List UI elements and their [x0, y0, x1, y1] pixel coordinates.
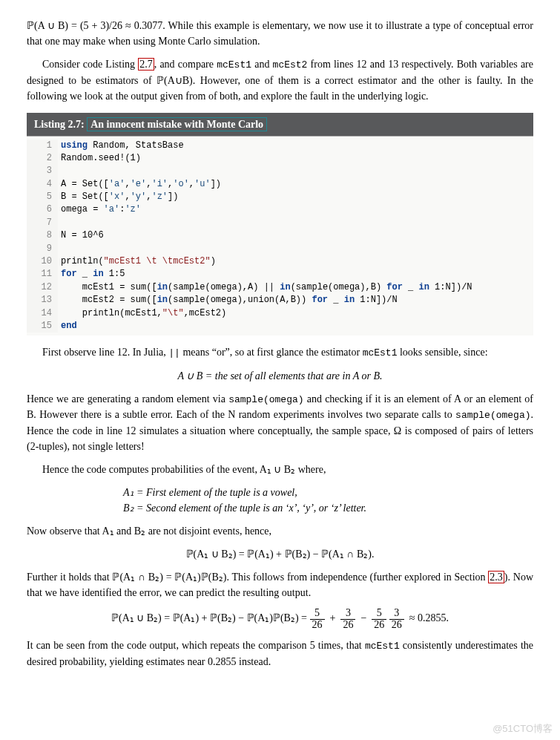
ref-section-2-3[interactable]: 2.3	[488, 571, 504, 583]
code-content: using Random, StatsBase	[58, 140, 533, 152]
code-mcest2: mcEst2	[273, 59, 308, 71]
code-line: 1using Random, StatsBase	[27, 140, 533, 152]
code-line: 6omega = 'a':'z'	[27, 203, 533, 216]
code-line: 13 mcEst2 = sum([in(sample(omega),union(…	[27, 294, 533, 307]
line-number: 6	[27, 203, 58, 216]
code-line: 7	[27, 217, 533, 229]
equation: ℙ(A₁ ∪ B₂) = ℙ(A₁) + ℙ(B₂) − ℙ(A₁ ∩ B₂).	[186, 549, 375, 560]
line-number: 13	[27, 294, 58, 307]
line-number: 11	[27, 268, 58, 281]
code-line: 8N = 10^6	[27, 229, 533, 242]
code-sample-omega: sample(omega)	[228, 394, 303, 405]
line-number: 9	[27, 243, 58, 255]
code-table: 1using Random, StatsBase2Random.seed!(1)…	[27, 140, 533, 333]
text: looks sensible, since:	[397, 347, 487, 358]
code-content: mcEst1 = sum([in(sample(omega),A) || in(…	[58, 281, 533, 294]
numerator: 5	[310, 608, 325, 620]
fraction-3-26: 326	[340, 608, 355, 630]
text: Hence we are generating a random element…	[27, 393, 228, 405]
text: Hence the code computes probabilities of…	[42, 464, 326, 475]
code-content: N = 10^6	[58, 229, 533, 242]
code-content: mcEst2 = sum([in(sample(omega),union(A,B…	[58, 294, 533, 307]
text: ℙ(A ∪ B) = (5 + 3)/26 ≈ 0.3077. While th…	[27, 20, 533, 47]
code-content	[58, 243, 533, 255]
line-number: 3	[27, 165, 58, 177]
listing-title-link[interactable]: An innocent mistake with Monte Carlo	[87, 117, 267, 131]
listing-header: Listing 2.7: An innocent mistake with Mo…	[27, 113, 533, 136]
code-content: for _ in 1:5	[58, 268, 533, 281]
code-line: 3	[27, 165, 533, 177]
denominator: 26	[389, 620, 404, 631]
code-line: 15end	[27, 320, 533, 333]
code-line: 14 println(mcEst1,"\t",mcEst2)	[27, 307, 533, 320]
code-line: 2Random.seed!(1)	[27, 152, 533, 165]
code-content: println("mcEst1 \t \tmcEst2")	[58, 255, 533, 268]
text: means “or”, so at first glance the estim…	[180, 347, 363, 358]
line-number: 2	[27, 152, 58, 165]
line-number: 7	[27, 217, 58, 229]
fraction-5-26b: 526	[372, 608, 386, 630]
denominator: 26	[310, 620, 325, 631]
paragraph-hence: Hence the code computes probabilities of…	[27, 462, 533, 477]
def-a1: A₁ = First element of the tuple is a vow…	[123, 487, 297, 498]
text: Now observe that A₁ and B₂ are not disjo…	[27, 525, 271, 537]
paragraph-observe12: First observe line 12. In Julia, || mean…	[27, 344, 533, 361]
code-content: omega = 'a':'z'	[58, 203, 533, 216]
code-line: 12 mcEst1 = sum([in(sample(omega),A) || …	[27, 281, 533, 294]
code-content: Random.seed!(1)	[58, 152, 533, 165]
equation-approx: ≈ 0.2855.	[409, 612, 449, 623]
code-line: 10println("mcEst1 \t \tmcEst2")	[27, 255, 533, 268]
denominator: 26	[340, 620, 355, 631]
code-listing-2-7: Listing 2.7: An innocent mistake with Mo…	[27, 113, 533, 336]
code-content: println(mcEst1,"\t",mcEst2)	[58, 307, 533, 320]
paragraph-not-disjoint: Now observe that A₁ and B₂ are not disjo…	[27, 523, 533, 539]
code-content	[58, 217, 533, 229]
paragraph-consider: Consider code Listing 2.7, and compare m…	[27, 56, 533, 104]
line-number: 12	[27, 281, 58, 294]
code-oror: ||	[168, 347, 180, 358]
code-content: A = Set(['a','e','i','o','u'])	[58, 178, 533, 191]
code-sample-omega: sample(omega)	[455, 410, 530, 421]
numerator: 3	[389, 608, 404, 620]
code-line: 11for _ in 1:5	[27, 268, 533, 281]
line-number: 1	[27, 140, 58, 152]
fraction-3-26b: 326	[389, 608, 404, 630]
def-a1-b2: A₁ = First element of the tuple is a vow…	[123, 485, 533, 516]
fraction-5-26: 526	[310, 608, 325, 630]
def-b2: B₂ = Second element of the tuple is an ‘…	[123, 502, 366, 514]
paragraph-independence: Further it holds that ℙ(A₁ ∩ B₂) = ℙ(A₁)…	[27, 569, 533, 600]
equation-lhs: ℙ(A₁ ∪ B₂) = ℙ(A₁) + ℙ(B₂) − ℙ(A₁)ℙ(B₂) …	[111, 612, 307, 623]
code-mcest1: mcEst1	[365, 641, 400, 652]
text: It can be seen from the code output, whi…	[27, 640, 365, 651]
code-mcest1: mcEst1	[363, 347, 398, 358]
paragraph-intro: ℙ(A ∪ B) = (5 + 3)/26 ≈ 0.3077. While th…	[27, 18, 533, 49]
math-aub-def: A ∪ B = the set of all elements that are…	[27, 368, 533, 384]
line-number: 15	[27, 320, 58, 333]
code-content	[58, 165, 533, 177]
line-number: 14	[27, 307, 58, 320]
text: First observe line 12. In Julia,	[42, 347, 168, 358]
line-number: 10	[27, 255, 58, 268]
listing-body: 1using Random, StatsBase2Random.seed!(1)…	[27, 136, 533, 336]
numerator: 5	[372, 608, 386, 620]
line-number: 5	[27, 191, 58, 203]
code-line: 4A = Set(['a','e','i','o','u'])	[27, 178, 533, 191]
math-inclusion-exclusion: ℙ(A₁ ∪ B₂) = ℙ(A₁) + ℙ(B₂) − ℙ(A₁ ∩ B₂).	[27, 546, 533, 562]
paragraph-conclusion: It can be seen from the code output, whi…	[27, 638, 533, 669]
math-final-calc: ℙ(A₁ ∪ B₂) = ℙ(A₁) + ℙ(B₂) − ℙ(A₁)ℙ(B₂) …	[27, 608, 533, 630]
paragraph-subtle-error: Hence we are generating a random element…	[27, 391, 533, 454]
line-number: 4	[27, 178, 58, 191]
text: and	[251, 59, 273, 70]
text: Further it holds that ℙ(A₁ ∩ B₂) = ℙ(A₁)…	[27, 572, 488, 583]
equation: A ∪ B = the set of all elements that are…	[178, 370, 383, 382]
code-mcest1: mcEst1	[217, 59, 251, 71]
text: Consider code Listing	[42, 59, 138, 70]
ref-listing-2-7[interactable]: 2.7	[138, 58, 154, 71]
code-content: end	[58, 320, 533, 333]
code-content: B = Set(['x','y','z'])	[58, 191, 533, 203]
line-number: 8	[27, 229, 58, 242]
code-line: 9	[27, 243, 533, 255]
text: , and compare	[154, 59, 217, 70]
denominator: 26	[372, 620, 386, 631]
code-line: 5B = Set(['x','y','z'])	[27, 191, 533, 203]
